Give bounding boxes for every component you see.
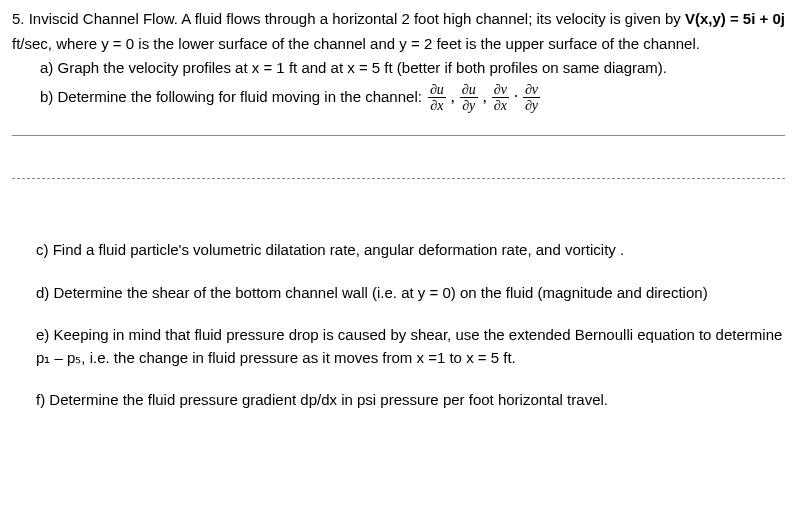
problem-title-text: Inviscid Channel Flow. <box>29 10 178 27</box>
part-a-text: Graph the velocity profiles at x = 1 ft … <box>58 59 667 76</box>
velocity-equation: V(x,y) = 5i + 0j <box>685 10 785 27</box>
part-e-text-2: p₁ – p₅, i.e. the change in fluid pressu… <box>36 349 516 366</box>
du-dy: ∂u ∂y <box>460 82 478 114</box>
part-e: e) Keeping in mind that fluid pressure d… <box>12 324 785 369</box>
problem-desc-1: A fluid flows through a horizontal 2 foo… <box>181 10 685 27</box>
part-b-text: Determine the following for fluid moving… <box>58 86 422 109</box>
part-b-label: b) <box>40 86 53 109</box>
part-a-label: a) <box>40 59 53 76</box>
problem-desc-2: ft/sec, where y = 0 is the lower surface… <box>12 33 785 56</box>
part-d: d) Determine the shear of the bottom cha… <box>12 282 785 305</box>
part-f-label: f) <box>36 391 45 408</box>
lower-section: c) Find a fluid particle's volumetric di… <box>12 239 785 412</box>
part-d-label: d) <box>36 284 49 301</box>
solid-divider <box>12 135 785 136</box>
part-c-label: c) <box>36 241 49 258</box>
partial-derivatives: ∂u ∂x , ∂u ∂y , ∂v ∂x · ∂v ∂y <box>426 82 542 114</box>
du-dx: ∂u ∂x <box>428 82 446 114</box>
dot-sep: · <box>514 85 518 109</box>
part-e-label: e) <box>36 326 49 343</box>
part-e-text-1: Keeping in mind that fluid pressure drop… <box>54 326 783 343</box>
dv-dy: ∂v ∂y <box>523 82 540 114</box>
dv-dx: ∂v ∂x <box>492 82 509 114</box>
part-f: f) Determine the fluid pressure gradient… <box>12 389 785 412</box>
problem-header: 5. Inviscid Channel Flow. A fluid flows … <box>12 8 785 31</box>
comma-1: , <box>451 85 455 109</box>
part-a: a) Graph the velocity profiles at x = 1 … <box>12 57 785 80</box>
comma-2: , <box>483 85 487 109</box>
part-c-text: Find a fluid particle's volumetric dilat… <box>53 241 624 258</box>
part-b: b) Determine the following for fluid mov… <box>12 82 785 114</box>
dashed-divider <box>12 178 785 179</box>
problem-number: 5. <box>12 10 25 27</box>
part-d-text: Determine the shear of the bottom channe… <box>54 284 708 301</box>
divider-section <box>12 135 785 179</box>
part-f-text: Determine the fluid pressure gradient dp… <box>49 391 608 408</box>
part-c: c) Find a fluid particle's volumetric di… <box>12 239 785 262</box>
